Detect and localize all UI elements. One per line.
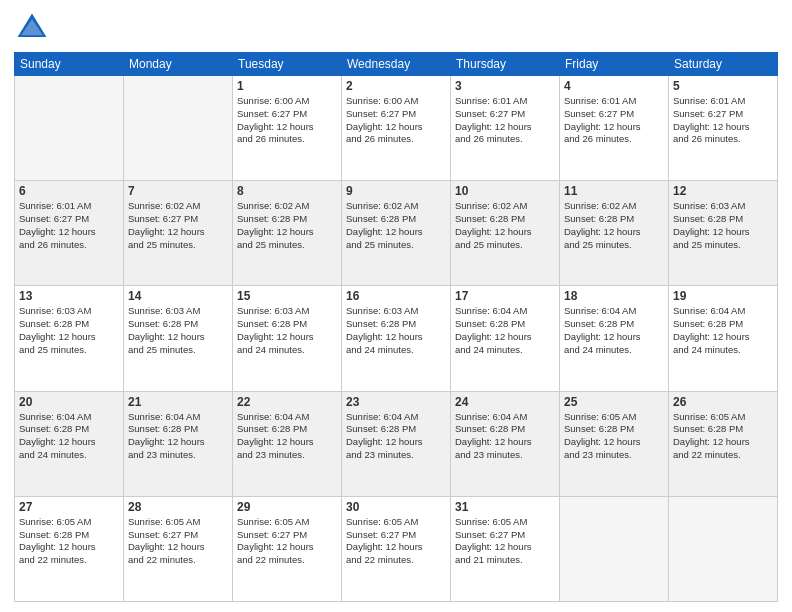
weekday-header-friday: Friday <box>560 53 669 76</box>
calendar-cell: 29Sunrise: 6:05 AM Sunset: 6:27 PM Dayli… <box>233 496 342 601</box>
page: SundayMondayTuesdayWednesdayThursdayFrid… <box>0 0 792 612</box>
day-number: 27 <box>19 500 119 514</box>
week-row-4: 20Sunrise: 6:04 AM Sunset: 6:28 PM Dayli… <box>15 391 778 496</box>
day-info: Sunrise: 6:02 AM Sunset: 6:28 PM Dayligh… <box>346 200 446 251</box>
calendar-cell <box>124 76 233 181</box>
day-number: 3 <box>455 79 555 93</box>
logo-icon <box>14 10 50 46</box>
calendar-cell <box>15 76 124 181</box>
day-number: 4 <box>564 79 664 93</box>
calendar-cell: 14Sunrise: 6:03 AM Sunset: 6:28 PM Dayli… <box>124 286 233 391</box>
calendar-cell: 24Sunrise: 6:04 AM Sunset: 6:28 PM Dayli… <box>451 391 560 496</box>
day-number: 7 <box>128 184 228 198</box>
week-row-3: 13Sunrise: 6:03 AM Sunset: 6:28 PM Dayli… <box>15 286 778 391</box>
day-info: Sunrise: 6:04 AM Sunset: 6:28 PM Dayligh… <box>455 305 555 356</box>
day-info: Sunrise: 6:03 AM Sunset: 6:28 PM Dayligh… <box>237 305 337 356</box>
calendar-cell: 17Sunrise: 6:04 AM Sunset: 6:28 PM Dayli… <box>451 286 560 391</box>
day-number: 22 <box>237 395 337 409</box>
calendar-cell: 25Sunrise: 6:05 AM Sunset: 6:28 PM Dayli… <box>560 391 669 496</box>
day-number: 23 <box>346 395 446 409</box>
day-info: Sunrise: 6:04 AM Sunset: 6:28 PM Dayligh… <box>237 411 337 462</box>
weekday-header-tuesday: Tuesday <box>233 53 342 76</box>
header <box>14 10 778 46</box>
calendar-cell <box>669 496 778 601</box>
calendar-cell: 26Sunrise: 6:05 AM Sunset: 6:28 PM Dayli… <box>669 391 778 496</box>
day-number: 11 <box>564 184 664 198</box>
day-number: 16 <box>346 289 446 303</box>
day-number: 13 <box>19 289 119 303</box>
day-info: Sunrise: 6:03 AM Sunset: 6:28 PM Dayligh… <box>673 200 773 251</box>
day-info: Sunrise: 6:02 AM Sunset: 6:28 PM Dayligh… <box>237 200 337 251</box>
logo <box>14 10 54 46</box>
weekday-header-sunday: Sunday <box>15 53 124 76</box>
day-info: Sunrise: 6:02 AM Sunset: 6:28 PM Dayligh… <box>564 200 664 251</box>
calendar-cell: 22Sunrise: 6:04 AM Sunset: 6:28 PM Dayli… <box>233 391 342 496</box>
calendar-cell: 19Sunrise: 6:04 AM Sunset: 6:28 PM Dayli… <box>669 286 778 391</box>
week-row-2: 6Sunrise: 6:01 AM Sunset: 6:27 PM Daylig… <box>15 181 778 286</box>
day-info: Sunrise: 6:03 AM Sunset: 6:28 PM Dayligh… <box>346 305 446 356</box>
calendar-cell: 31Sunrise: 6:05 AM Sunset: 6:27 PM Dayli… <box>451 496 560 601</box>
calendar-cell <box>560 496 669 601</box>
day-info: Sunrise: 6:01 AM Sunset: 6:27 PM Dayligh… <box>455 95 555 146</box>
day-info: Sunrise: 6:04 AM Sunset: 6:28 PM Dayligh… <box>346 411 446 462</box>
calendar-cell: 7Sunrise: 6:02 AM Sunset: 6:27 PM Daylig… <box>124 181 233 286</box>
day-number: 5 <box>673 79 773 93</box>
day-number: 18 <box>564 289 664 303</box>
calendar-cell: 13Sunrise: 6:03 AM Sunset: 6:28 PM Dayli… <box>15 286 124 391</box>
day-number: 19 <box>673 289 773 303</box>
day-info: Sunrise: 6:01 AM Sunset: 6:27 PM Dayligh… <box>673 95 773 146</box>
day-info: Sunrise: 6:02 AM Sunset: 6:28 PM Dayligh… <box>455 200 555 251</box>
weekday-header-saturday: Saturday <box>669 53 778 76</box>
calendar-cell: 21Sunrise: 6:04 AM Sunset: 6:28 PM Dayli… <box>124 391 233 496</box>
calendar-cell: 6Sunrise: 6:01 AM Sunset: 6:27 PM Daylig… <box>15 181 124 286</box>
day-number: 30 <box>346 500 446 514</box>
calendar-cell: 27Sunrise: 6:05 AM Sunset: 6:28 PM Dayli… <box>15 496 124 601</box>
calendar-cell: 5Sunrise: 6:01 AM Sunset: 6:27 PM Daylig… <box>669 76 778 181</box>
calendar-cell: 8Sunrise: 6:02 AM Sunset: 6:28 PM Daylig… <box>233 181 342 286</box>
day-number: 10 <box>455 184 555 198</box>
day-info: Sunrise: 6:05 AM Sunset: 6:27 PM Dayligh… <box>455 516 555 567</box>
day-info: Sunrise: 6:02 AM Sunset: 6:27 PM Dayligh… <box>128 200 228 251</box>
calendar-cell: 15Sunrise: 6:03 AM Sunset: 6:28 PM Dayli… <box>233 286 342 391</box>
day-info: Sunrise: 6:05 AM Sunset: 6:28 PM Dayligh… <box>564 411 664 462</box>
day-number: 24 <box>455 395 555 409</box>
calendar-cell: 1Sunrise: 6:00 AM Sunset: 6:27 PM Daylig… <box>233 76 342 181</box>
calendar-table: SundayMondayTuesdayWednesdayThursdayFrid… <box>14 52 778 602</box>
day-info: Sunrise: 6:05 AM Sunset: 6:28 PM Dayligh… <box>673 411 773 462</box>
calendar-cell: 30Sunrise: 6:05 AM Sunset: 6:27 PM Dayli… <box>342 496 451 601</box>
day-number: 31 <box>455 500 555 514</box>
day-number: 17 <box>455 289 555 303</box>
day-info: Sunrise: 6:05 AM Sunset: 6:27 PM Dayligh… <box>237 516 337 567</box>
calendar-cell: 20Sunrise: 6:04 AM Sunset: 6:28 PM Dayli… <box>15 391 124 496</box>
calendar-cell: 4Sunrise: 6:01 AM Sunset: 6:27 PM Daylig… <box>560 76 669 181</box>
day-info: Sunrise: 6:03 AM Sunset: 6:28 PM Dayligh… <box>19 305 119 356</box>
week-row-5: 27Sunrise: 6:05 AM Sunset: 6:28 PM Dayli… <box>15 496 778 601</box>
day-info: Sunrise: 6:00 AM Sunset: 6:27 PM Dayligh… <box>346 95 446 146</box>
day-number: 26 <box>673 395 773 409</box>
day-number: 25 <box>564 395 664 409</box>
calendar-cell: 16Sunrise: 6:03 AM Sunset: 6:28 PM Dayli… <box>342 286 451 391</box>
calendar-cell: 12Sunrise: 6:03 AM Sunset: 6:28 PM Dayli… <box>669 181 778 286</box>
day-info: Sunrise: 6:01 AM Sunset: 6:27 PM Dayligh… <box>564 95 664 146</box>
day-number: 15 <box>237 289 337 303</box>
day-number: 21 <box>128 395 228 409</box>
day-number: 1 <box>237 79 337 93</box>
weekday-header-monday: Monday <box>124 53 233 76</box>
calendar-cell: 11Sunrise: 6:02 AM Sunset: 6:28 PM Dayli… <box>560 181 669 286</box>
weekday-header-thursday: Thursday <box>451 53 560 76</box>
calendar-cell: 28Sunrise: 6:05 AM Sunset: 6:27 PM Dayli… <box>124 496 233 601</box>
day-info: Sunrise: 6:04 AM Sunset: 6:28 PM Dayligh… <box>564 305 664 356</box>
day-info: Sunrise: 6:04 AM Sunset: 6:28 PM Dayligh… <box>455 411 555 462</box>
day-number: 29 <box>237 500 337 514</box>
calendar-cell: 18Sunrise: 6:04 AM Sunset: 6:28 PM Dayli… <box>560 286 669 391</box>
day-info: Sunrise: 6:05 AM Sunset: 6:28 PM Dayligh… <box>19 516 119 567</box>
day-info: Sunrise: 6:05 AM Sunset: 6:27 PM Dayligh… <box>128 516 228 567</box>
day-number: 2 <box>346 79 446 93</box>
calendar-cell: 10Sunrise: 6:02 AM Sunset: 6:28 PM Dayli… <box>451 181 560 286</box>
calendar-cell: 3Sunrise: 6:01 AM Sunset: 6:27 PM Daylig… <box>451 76 560 181</box>
calendar-cell: 9Sunrise: 6:02 AM Sunset: 6:28 PM Daylig… <box>342 181 451 286</box>
day-number: 6 <box>19 184 119 198</box>
day-info: Sunrise: 6:00 AM Sunset: 6:27 PM Dayligh… <box>237 95 337 146</box>
day-number: 20 <box>19 395 119 409</box>
day-info: Sunrise: 6:04 AM Sunset: 6:28 PM Dayligh… <box>128 411 228 462</box>
